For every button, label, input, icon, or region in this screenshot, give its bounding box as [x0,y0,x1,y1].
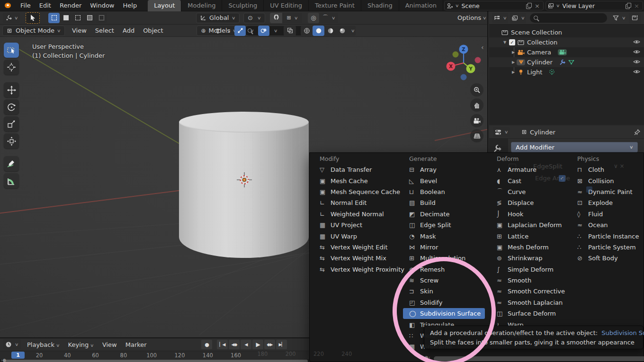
menu-item-array[interactable]: ⊟Array [403,164,490,175]
menu-item-mesh-deform[interactable]: ▣Mesh Deform [491,242,570,253]
menu-item-solidify[interactable]: ◰Solidify [403,297,490,308]
menu-item-smooth-corrective[interactable]: ≈Smooth Corrective [491,286,570,297]
new-view-layer-icon[interactable] [626,3,631,9]
tab-uv-editing[interactable]: UV Editing [264,0,309,11]
menu-file[interactable]: File [16,0,35,11]
menu-item-mesh-cache[interactable]: ▣Mesh Cache [313,175,402,186]
play-button[interactable]: ▶ [252,340,263,349]
viewport-menu-add[interactable]: Add [118,27,139,34]
viewport-menu-select[interactable]: Select [91,27,118,34]
blender-logo-icon[interactable] [4,2,12,9]
menu-item-collision[interactable]: ⊠Collision [571,175,644,186]
camera-view-button[interactable] [470,114,483,127]
shading-rendered-button[interactable] [336,26,348,36]
shading-wireframe-button[interactable] [301,26,313,36]
outliner-search-input[interactable] [530,13,607,23]
new-scene-icon[interactable] [526,3,531,9]
tool-cursor-button[interactable] [4,60,19,75]
menu-help[interactable]: Help [119,0,142,11]
expander-icon[interactable]: ▶ [510,60,517,64]
play-reverse-button[interactable]: ◀ [241,340,251,349]
options-dropdown[interactable]: Options ∨ [454,13,487,23]
tab-shading[interactable]: Shading [361,0,399,11]
timeline-editor-type-button[interactable]: ∨ [3,339,21,350]
menu-item-armature[interactable]: ⋏Armature [491,164,570,175]
menu-item-remesh[interactable]: ⊕Remesh [403,264,490,275]
gizmos-toggle[interactable] [234,26,246,36]
cylinder-object[interactable] [179,112,309,273]
expander-icon[interactable]: ▼ [501,40,508,44]
select-mode-subtract-button[interactable] [72,13,83,23]
xray-toggle[interactable] [284,26,296,36]
menu-item-data-transfer[interactable]: ▽Data Transfer [313,164,402,175]
outliner-filter-button[interactable]: ∨ [611,13,627,23]
timeline-menu-marker[interactable]: Marker [121,341,151,348]
menu-item-subdivision-surface[interactable]: ◯Subdivision Surface [403,308,485,319]
tab-modifiers[interactable] [493,144,501,153]
menu-item-particle-instance[interactable]: ∴Particle Instance [571,230,644,241]
scrollbar-thumb[interactable] [5,360,308,362]
menu-item-uv-project[interactable]: ▦UV Project [313,220,402,230]
collection-checkbox[interactable]: ✓ [509,39,515,45]
prev-keyframe-button[interactable]: ◀◆ [229,340,240,349]
menu-item-shrinkwrap[interactable]: ⊚Shrinkwrap [491,253,570,264]
snap-target-dropdown[interactable]: ⊞ ∨ [282,13,302,23]
menu-item-decimate[interactable]: ◩Decimate [403,209,490,220]
eye-icon[interactable] [633,49,640,54]
menu-item-smooth[interactable]: ≈Smooth [491,275,570,286]
menu-item-laplacian-deform[interactable]: ▣Laplacian Deform [491,220,570,230]
scene-selector[interactable]: ∨ Scene × [444,1,544,10]
select-mode-set-button[interactable] [48,13,60,23]
menu-item-normal-edit[interactable]: ∟Normal Edit [313,197,402,208]
menu-item-vertex-weight-proximity[interactable]: ⇆Vertex Weight Proximity [313,264,402,275]
outliner-display-mode-button[interactable]: ∨ [510,13,526,23]
eye-icon[interactable] [633,39,640,44]
tool-scale-button[interactable] [4,116,19,132]
tab-modeling[interactable]: Modeling [181,0,222,11]
editor-type-button[interactable]: ∨ [3,13,20,23]
outliner-row-collection[interactable]: ▼✓Collection [489,37,644,47]
menu-edit[interactable]: Edit [35,0,55,11]
menu-item-lattice[interactable]: ⊞Lattice [491,230,570,241]
jump-end-button[interactable]: ▶▏ [276,340,287,349]
menu-render[interactable]: Render [55,0,86,11]
menu-item-fluid[interactable]: ◊Fluid [571,209,644,220]
menu-item-displace[interactable]: ≶Displace [491,197,570,208]
timeline-menu-keying[interactable]: Keying∨ [64,341,98,348]
menu-item-explode[interactable]: ⊡Explode [571,197,644,208]
select-mode-extend-button[interactable] [60,13,72,23]
menu-item-dynamic-paint[interactable]: ≈Dynamic Paint [571,186,644,197]
breadcrumb-object[interactable]: Cylinder [530,129,555,136]
shading-solid-button[interactable] [313,26,324,36]
tool-measure-button[interactable] [4,173,19,188]
tab-sculpting[interactable]: Sculpting [222,0,264,11]
view-layer-name[interactable]: View Layer [560,2,624,9]
tool-select-box-button[interactable] [4,43,19,58]
expander-icon[interactable]: ▶ [510,70,517,74]
gizmos-dropdown[interactable]: ∨ [247,26,255,36]
menu-item-cloth[interactable]: ⊓Cloth [571,164,644,175]
menu-item-bevel[interactable]: ◺Bevel [403,175,490,186]
active-tool-button[interactable] [26,12,40,24]
menu-item-mask[interactable]: ◔Mask [403,230,490,241]
tool-annotate-button[interactable] [4,156,19,171]
overlays-dropdown[interactable]: ∨ [270,26,279,36]
tool-move-button[interactable] [4,82,19,97]
shading-material-button[interactable] [324,26,336,36]
tab-texture-paint[interactable]: Texture Paint [309,0,361,11]
pivot-point-dropdown[interactable]: ⊙ ∨ [243,13,265,23]
outliner-row-scene-collection[interactable]: Scene Collection [489,27,644,37]
menu-item-weighted-normal[interactable]: ∟Weighted Normal [313,209,402,220]
remove-view-layer-icon[interactable]: × [633,2,641,9]
scene-name[interactable]: Scene [459,2,525,9]
menu-item-ocean[interactable]: ≈Ocean [571,220,644,230]
new-collection-button[interactable] [629,13,641,23]
outliner-row-camera[interactable]: ▶Camera [489,47,644,57]
menu-item-build[interactable]: ▤Build [403,197,490,208]
menu-item-vertex-weight-mix[interactable]: ⇆Vertex Weight Mix [313,253,402,264]
menu-item-smooth-laplacian[interactable]: ≈Smooth Laplacian [491,297,570,308]
menu-item-multiresolution[interactable]: ⊞Multiresolution [403,253,490,264]
menu-item-edge-split[interactable]: ◫Edge Split [403,220,490,230]
current-frame-indicator[interactable]: 1 [11,352,25,359]
menu-item-soft-body[interactable]: ⊘Soft Body [571,253,644,264]
